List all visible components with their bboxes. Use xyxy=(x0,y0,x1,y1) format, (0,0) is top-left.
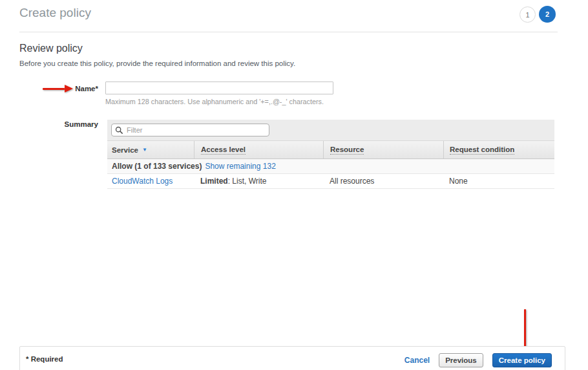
review-policy-heading: Review policy xyxy=(19,43,83,54)
column-header-service-label: Service xyxy=(112,146,138,154)
column-header-resource: Resource xyxy=(323,141,443,158)
allow-services-label: Allow (1 of 133 services) xyxy=(112,162,202,171)
filter-box[interactable] xyxy=(111,124,269,136)
review-policy-description: Before you create this policy, provide t… xyxy=(19,60,295,67)
sort-desc-icon: ▼ xyxy=(142,147,147,153)
footer-actions: Cancel Previous Create policy xyxy=(404,353,552,367)
show-remaining-link[interactable]: Show remaining 132 xyxy=(205,162,275,171)
filter-input[interactable] xyxy=(125,125,269,135)
column-header-service[interactable]: Service ▼ xyxy=(107,141,194,158)
previous-button[interactable]: Previous xyxy=(439,353,483,367)
cancel-button[interactable]: Cancel xyxy=(404,356,430,365)
column-header-access-level: Access level xyxy=(194,141,323,158)
table-group-row: Allow (1 of 133 services) Show remaining… xyxy=(107,159,554,174)
step-indicator-1[interactable]: 1 xyxy=(520,6,536,23)
access-level-type: Limited xyxy=(200,177,228,186)
red-arrow-line xyxy=(524,309,526,347)
policy-name-input[interactable] xyxy=(105,82,333,94)
column-header-resource-label: Resource xyxy=(330,146,364,155)
create-policy-button[interactable]: Create policy xyxy=(492,353,552,367)
name-label: Name* xyxy=(39,85,98,92)
access-level-detail: : List, Write xyxy=(228,177,267,186)
required-note: * Required xyxy=(26,355,63,363)
column-header-request-condition: Request condition xyxy=(443,141,554,158)
search-icon xyxy=(115,126,123,134)
access-level-cell: Limited: List, Write xyxy=(194,177,323,186)
name-help-text: Maximum 128 characters. Use alphanumeric… xyxy=(105,98,324,105)
column-header-access-level-label: Access level xyxy=(201,146,246,155)
page-title: Create policy xyxy=(19,6,91,20)
header-divider xyxy=(19,32,558,32)
step-indicator-2[interactable]: 2 xyxy=(539,6,556,23)
summary-label: Summary xyxy=(39,120,98,128)
service-link[interactable]: CloudWatch Logs xyxy=(112,177,173,186)
service-cell: CloudWatch Logs xyxy=(107,177,194,186)
summary-table: Service ▼ Access level Resource Request … xyxy=(107,120,554,189)
filter-bar xyxy=(107,120,554,140)
footer: * Required Cancel Previous Create policy xyxy=(19,346,565,370)
request-condition-cell: None xyxy=(443,177,554,186)
resource-cell: All resources xyxy=(323,177,443,186)
table-row: CloudWatch Logs Limited: List, Write All… xyxy=(107,174,554,189)
table-header-row: Service ▼ Access level Resource Request … xyxy=(107,140,554,159)
column-header-request-condition-label: Request condition xyxy=(450,146,514,155)
